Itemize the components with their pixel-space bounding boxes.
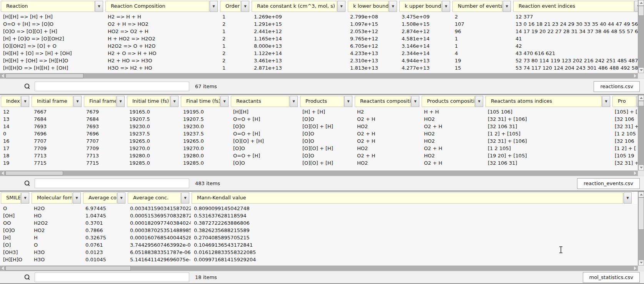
table-row[interactable]: [H][H] + [O] => [H] + [OH]H2 + O => H + … xyxy=(0,50,644,57)
column-header-index[interactable]: Index xyxy=(1,96,21,107)
column-header-smiles[interactable]: SMILES xyxy=(1,192,21,204)
column-header-mann-kendall-value[interactable]: Mann-Kendall value xyxy=(192,192,623,204)
column-header-reactants-atoms-indices[interactable]: Reactants atoms indices xyxy=(486,96,602,107)
table-row[interactable]: 127667767919165.019195.0[H][H][H] + [H]H… xyxy=(0,108,644,115)
column-header-order[interactable]: Order xyxy=(220,1,241,12)
table-row[interactable]: 147693769319230.019230.0[O]O[O][O] + [H]… xyxy=(0,123,644,130)
column-dropdown-icon[interactable]: ▼ xyxy=(95,1,103,12)
column-header-products[interactable]: Products xyxy=(300,96,344,107)
column-dropdown-icon[interactable]: ▼ xyxy=(117,96,125,107)
horizontal-scrollbar[interactable] xyxy=(0,170,644,176)
column-dropdown-icon[interactable]: ▼ xyxy=(337,1,345,12)
table-row[interactable]: [O]O0.07613.744295607463992e-050.1046913… xyxy=(0,241,644,249)
scroll-up-icon[interactable] xyxy=(638,192,644,197)
vertical-scrollbar[interactable] xyxy=(638,192,644,266)
file-name-button[interactable]: reaction_events.csv xyxy=(577,178,640,189)
table-row[interactable]: [H][H] + [OH] => [H][H]OH2 + HO => H3O23… xyxy=(0,57,644,64)
horizontal-scrollbar-thumb[interactable] xyxy=(5,266,131,271)
column-dropdown-icon[interactable]: ▼ xyxy=(210,1,218,12)
column-dropdown-icon[interactable]: ▼ xyxy=(442,1,450,12)
vertical-scrollbar-thumb[interactable] xyxy=(638,101,644,106)
column-header-final-time-fs[interactable]: Final time (fs) xyxy=(181,96,220,107)
table-row[interactable]: [H]H0.326750.000160768540044528160.27040… xyxy=(0,234,644,241)
vertical-scrollbar[interactable] xyxy=(638,0,644,73)
table-row[interactable]: [H][H] => [H] + [H]H2 => H + H11.269e+09… xyxy=(0,13,644,20)
column-header-number-of-events[interactable]: Number of events xyxy=(452,1,502,12)
table-row[interactable]: [O][OH2] => [O] + OH2O2 => O + H2O18.000… xyxy=(0,42,644,50)
table-row[interactable]: [OH3]H3O0.01236.05188383351787e-060.0161… xyxy=(0,249,644,256)
column-dropdown-icon[interactable]: ▼ xyxy=(220,96,229,107)
scroll-left-icon[interactable] xyxy=(0,73,5,79)
column-header-reactants[interactable]: Reactants xyxy=(231,96,289,107)
column-header-reaction-composition[interactable]: Reaction Composition xyxy=(105,1,209,12)
search-input[interactable] xyxy=(35,82,189,91)
table-row[interactable]: 177709770919270.019270.0[O]O[O][O] + [H]… xyxy=(0,145,644,152)
column-dropdown-icon[interactable]: ▼ xyxy=(475,96,483,107)
vertical-scrollbar-thumb[interactable] xyxy=(638,6,644,16)
scroll-up-icon[interactable] xyxy=(638,0,644,6)
column-header-reaction[interactable]: Reaction xyxy=(1,1,95,12)
column-header-reactants-composition[interactable]: Reactants composition xyxy=(355,96,411,107)
column-dropdown-icon[interactable]: ▼ xyxy=(503,1,511,12)
scroll-down-icon[interactable] xyxy=(638,260,644,266)
column-header-reaction-event-indices[interactable]: Reaction event indices xyxy=(513,1,634,12)
table-row[interactable]: 137684768419207.519207.5O=O + [H][O]OO2 … xyxy=(0,115,644,123)
vertical-scrollbar-thumb[interactable] xyxy=(638,197,644,230)
horizontal-scrollbar[interactable] xyxy=(0,266,644,271)
column-dropdown-icon[interactable]: ▼ xyxy=(181,192,189,204)
scroll-right-icon[interactable] xyxy=(632,170,638,176)
column-header-average-count[interactable]: Average count xyxy=(83,192,117,204)
horizontal-scrollbar[interactable] xyxy=(0,73,644,79)
column-header-rate-constant-k-cm-3-mol-s[interactable]: Rate constant k (cm^3, mol, s) xyxy=(252,1,337,12)
column-dropdown-icon[interactable]: ▼ xyxy=(411,96,419,107)
column-dropdown-icon[interactable]: ▼ xyxy=(602,96,610,107)
table-row[interactable]: [OH]HO1.047450.00051536957083287230.5316… xyxy=(0,212,644,219)
column-dropdown-icon[interactable]: ▼ xyxy=(624,192,632,204)
table-row[interactable]: 167707770719265.019265.0[O][O] + [H][O]O… xyxy=(0,137,644,145)
scroll-right-icon[interactable] xyxy=(632,266,638,271)
horizontal-scrollbar-thumb[interactable] xyxy=(5,74,83,78)
column-dropdown-icon[interactable]: ▼ xyxy=(389,1,397,12)
column-dropdown-icon[interactable]: ▼ xyxy=(290,96,298,107)
column-dropdown-icon[interactable]: ▼ xyxy=(73,96,82,107)
scroll-left-icon[interactable] xyxy=(0,266,5,271)
table-row[interactable]: OOH2O20.37010.00018209774038402410.38727… xyxy=(0,219,644,227)
table-row[interactable]: [H][H]O => [H][H] + [OH]H3O => H2 + HO12… xyxy=(0,64,644,72)
column-dropdown-icon[interactable]: ▼ xyxy=(241,1,249,12)
column-dropdown-icon[interactable]: ▼ xyxy=(170,96,179,107)
vertical-scrollbar[interactable] xyxy=(638,95,644,170)
file-name-button[interactable]: reactions.csv xyxy=(594,81,640,92)
table-row[interactable]: [H][H]OH3O0.010455.1416411429696075e-060… xyxy=(0,256,644,263)
table-row[interactable]: 197715771519285.019285.0[O]O[O][O] + [H]… xyxy=(0,159,644,167)
column-header-products-composition[interactable]: Products composition xyxy=(422,96,475,107)
column-header-pro[interactable]: Pro xyxy=(612,96,636,107)
scroll-up-icon[interactable] xyxy=(638,95,644,101)
column-header-k-lower-bound[interactable]: k lower bound xyxy=(348,1,389,12)
table-row[interactable]: OH2O6.974450.0034315903415870220.8090099… xyxy=(0,205,644,212)
column-dropdown-icon[interactable]: ▼ xyxy=(21,192,29,204)
column-dropdown-icon[interactable]: ▼ xyxy=(117,192,125,204)
scroll-left-icon[interactable] xyxy=(0,170,5,176)
column-dropdown-icon[interactable]: ▼ xyxy=(344,96,352,107)
scroll-right-icon[interactable] xyxy=(632,73,638,79)
scroll-down-icon[interactable] xyxy=(638,67,644,73)
table-row[interactable]: [O]O => [O][O] + [H]HO2 => O2 + H12.441e… xyxy=(0,28,644,35)
column-header-molecular-formula[interactable]: Molecular formula xyxy=(32,192,72,204)
column-header-initial-frame[interactable]: Initial frame xyxy=(32,96,73,107)
column-dropdown-icon[interactable]: ▼ xyxy=(73,192,81,204)
table-row[interactable]: O=O + [H] => [O]OO2 + H => HO221.291e+15… xyxy=(0,20,644,28)
column-header-average-conc[interactable]: Average conc. xyxy=(128,192,181,204)
column-header-initial-time-fs[interactable]: Initial time (fs) xyxy=(127,96,170,107)
table-row[interactable]: 07696769619237.519237.5O=O + [H][O]OO2 +… xyxy=(0,130,644,137)
table-row[interactable]: [H] + [O]O => [O][OH2]H + HO2 => H2O221.… xyxy=(0,35,644,42)
horizontal-scrollbar-thumb[interactable] xyxy=(5,171,63,175)
column-header-k-upper-bound[interactable]: k upper bound xyxy=(399,1,442,12)
table-row[interactable]: [O]OHO20.78660.0003870253514889850.38262… xyxy=(0,227,644,234)
search-input[interactable] xyxy=(35,272,189,282)
column-header-final-frame[interactable]: Final frame xyxy=(84,96,116,107)
scroll-down-icon[interactable] xyxy=(638,165,644,170)
file-name-button[interactable]: mol_statistics.csv xyxy=(583,272,640,283)
search-input[interactable] xyxy=(35,179,189,188)
table-row[interactable]: 187713771319280.019280.0O=O + [H][O]OO2 … xyxy=(0,152,644,159)
column-dropdown-icon[interactable]: ▼ xyxy=(21,96,29,107)
